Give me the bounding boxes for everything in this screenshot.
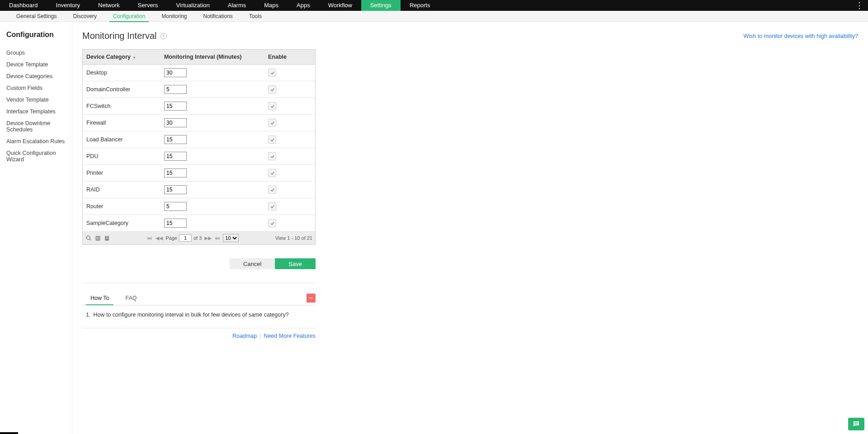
help-body: 1. How to configure monitoring interval …	[82, 305, 316, 324]
save-button[interactable]: Save	[275, 258, 316, 269]
prev-page-icon[interactable]: ◀◀	[155, 235, 164, 241]
cell-enable	[264, 65, 315, 80]
topnav-item-dashboard[interactable]: Dashboard	[0, 0, 47, 11]
table-row: FCSwitch	[83, 98, 315, 115]
table-row: PDU	[83, 148, 315, 165]
chat-fab[interactable]	[848, 418, 864, 430]
sidebar-item-alarm-escalation-rules[interactable]: Alarm Escalation Rules	[6, 135, 66, 147]
interval-input[interactable]	[164, 118, 187, 127]
enable-checkbox[interactable]	[268, 169, 276, 177]
enable-checkbox[interactable]	[268, 202, 276, 210]
help-icon[interactable]: ?	[160, 33, 167, 39]
grid-footer: ⏮ ◀◀ Page of 3 ▶▶ ⏭ 10 View 1 - 10 of 21	[83, 232, 315, 244]
interval-input[interactable]	[164, 135, 187, 144]
search-icon[interactable]	[85, 235, 92, 241]
ha-link[interactable]: Wish to monitor devices with high availa…	[743, 33, 858, 39]
topnav-item-servers[interactable]: Servers	[129, 0, 167, 11]
col-category-label: Device Category	[86, 54, 131, 60]
topnav-item-inventory[interactable]: Inventory	[47, 0, 89, 11]
page-size-select[interactable]: 10	[223, 234, 239, 242]
topnav-item-settings[interactable]: Settings	[361, 0, 401, 11]
bottom-strip	[0, 432, 18, 434]
enable-checkbox[interactable]	[268, 69, 276, 77]
sidebar: Configuration GroupsDevice TemplateDevic…	[0, 22, 72, 434]
subnav-item-tools[interactable]: Tools	[241, 11, 270, 22]
need-more-link[interactable]: Need More Features	[264, 333, 316, 339]
interval-input[interactable]	[164, 219, 187, 228]
sub-nav: General SettingsDiscoveryConfigurationMo…	[0, 11, 868, 22]
sidebar-item-device-template[interactable]: Device Template	[6, 59, 66, 70]
device-grid: Device Category ▲ Monitoring Interval (M…	[82, 49, 316, 245]
main-area: Configuration GroupsDevice TemplateDevic…	[0, 22, 868, 434]
enable-checkbox[interactable]	[268, 219, 276, 227]
col-interval[interactable]: Monitoring Interval (Minutes)	[160, 50, 264, 64]
columns-icon[interactable]	[94, 235, 101, 241]
topnav-item-virtualization[interactable]: Virtualization	[167, 0, 219, 11]
first-page-icon[interactable]: ⏮	[146, 235, 153, 241]
view-info: View 1 - 10 of 21	[275, 235, 312, 241]
topnav-item-apps[interactable]: Apps	[288, 0, 319, 11]
grid-tools	[85, 235, 110, 241]
help-section: How ToFAQ − 1. How to configure monitori…	[82, 291, 316, 324]
subnav-item-general-settings[interactable]: General Settings	[8, 11, 65, 22]
sidebar-item-device-categories[interactable]: Device Categories	[6, 70, 66, 82]
cell-category: FCSwitch	[83, 99, 160, 113]
export-icon[interactable]	[104, 235, 110, 241]
cell-category: Printer	[83, 166, 160, 180]
sidebar-item-device-downtime-schedules[interactable]: Device Downtime Schedules	[6, 117, 66, 135]
enable-checkbox[interactable]	[268, 152, 276, 160]
subnav-item-discovery[interactable]: Discovery	[65, 11, 105, 22]
cell-interval	[160, 131, 264, 148]
help-question[interactable]: 1. How to configure monitoring interval …	[86, 312, 312, 318]
help-close-button[interactable]: −	[307, 294, 316, 303]
cell-enable	[264, 199, 315, 214]
cell-interval	[160, 215, 264, 231]
col-category[interactable]: Device Category ▲	[83, 50, 160, 64]
topnav-item-reports[interactable]: Reports	[401, 0, 439, 11]
sidebar-item-vendor-template[interactable]: Vendor Template	[6, 94, 66, 106]
sidebar-item-custom-fields[interactable]: Custom Fields	[6, 82, 66, 94]
enable-checkbox[interactable]	[268, 102, 276, 110]
cell-category: Firewall	[83, 116, 160, 130]
cell-interval	[160, 148, 264, 164]
subnav-item-configuration[interactable]: Configuration	[105, 11, 153, 22]
page-title-text: Monitoring Interval	[82, 31, 157, 41]
interval-input[interactable]	[164, 152, 187, 161]
sidebar-item-interface-templates[interactable]: Interface Templates	[6, 106, 66, 117]
help-tab-how-to[interactable]: How To	[82, 291, 117, 305]
enable-checkbox[interactable]	[268, 119, 276, 127]
more-menu-icon[interactable]: ⋮	[851, 0, 868, 11]
interval-input[interactable]	[164, 68, 187, 77]
topnav-item-maps[interactable]: Maps	[255, 0, 288, 11]
table-row: Firewall	[83, 115, 315, 131]
help-tab-faq[interactable]: FAQ	[117, 291, 145, 305]
topnav-item-network[interactable]: Network	[89, 0, 129, 11]
sidebar-item-groups[interactable]: Groups	[6, 47, 66, 59]
interval-input[interactable]	[164, 185, 187, 194]
sidebar-item-quick-configuration-wizard[interactable]: Quick Configuration Wizard	[6, 147, 66, 165]
grid-header: Device Category ▲ Monitoring Interval (M…	[83, 50, 315, 65]
table-row: Load Balancer	[83, 131, 315, 148]
enable-checkbox[interactable]	[268, 135, 276, 144]
interval-input[interactable]	[164, 168, 187, 177]
interval-input[interactable]	[164, 85, 187, 94]
cell-interval	[160, 81, 264, 98]
topnav-item-alarms[interactable]: Alarms	[219, 0, 255, 11]
topnav-item-workflow[interactable]: Workflow	[319, 0, 361, 11]
subnav-item-notifications[interactable]: Notifications	[195, 11, 241, 22]
roadmap-link[interactable]: Roadmap	[232, 333, 257, 339]
last-page-icon[interactable]: ⏭	[214, 235, 221, 241]
page-input[interactable]	[179, 234, 192, 242]
next-page-icon[interactable]: ▶▶	[203, 235, 212, 241]
enable-checkbox[interactable]	[268, 186, 276, 194]
enable-checkbox[interactable]	[268, 85, 276, 93]
interval-input[interactable]	[164, 202, 187, 211]
link-separator: |	[259, 333, 261, 339]
col-enable[interactable]: Enable	[264, 50, 315, 64]
subnav-item-monitoring[interactable]: Monitoring	[153, 11, 195, 22]
cancel-button[interactable]: Cancel	[230, 258, 275, 269]
cell-category: PDU	[83, 149, 160, 163]
interval-input[interactable]	[164, 102, 187, 111]
cell-interval	[160, 65, 264, 81]
cell-category: Router	[83, 200, 160, 213]
